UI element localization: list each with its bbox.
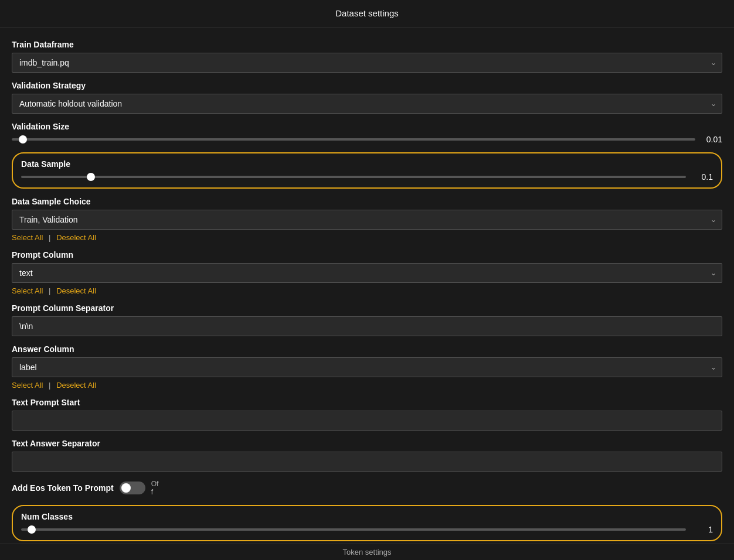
- add-eos-token-label: Add Eos Token To Prompt: [12, 483, 114, 493]
- prompt-column-select-all[interactable]: Select All: [12, 286, 43, 295]
- bottom-bar: Token settings: [0, 544, 734, 560]
- validation-size-label: Validation Size: [12, 122, 722, 131]
- data-sample-choice-separator: |: [49, 233, 50, 242]
- num-classes-label: Num Classes: [21, 512, 713, 521]
- add-eos-token-off-label: Off: [151, 480, 159, 497]
- prompt-column-select[interactable]: text: [12, 263, 722, 283]
- train-dataframe-select[interactable]: imdb_train.pq: [12, 53, 722, 73]
- prompt-column-deselect-all[interactable]: Deselect All: [56, 286, 96, 295]
- validation-size-value: 0.01: [701, 135, 722, 144]
- page-container: Dataset settings Train Dataframe imdb_tr…: [0, 0, 734, 560]
- data-sample-choice-links: Select All | Deselect All: [12, 233, 722, 242]
- text-prompt-start-input[interactable]: [12, 411, 722, 431]
- answer-column-select[interactable]: label: [12, 357, 722, 377]
- num-classes-value: 1: [692, 525, 713, 534]
- train-dataframe-wrapper: imdb_train.pq ⌄: [12, 53, 722, 73]
- page-title: Dataset settings: [0, 0, 734, 28]
- validation-strategy-label: Validation Strategy: [12, 81, 722, 90]
- content-area: Train Dataframe imdb_train.pq ⌄ Validati…: [0, 28, 734, 551]
- text-answer-separator-label: Text Answer Separator: [12, 439, 722, 448]
- answer-column-separator: |: [49, 381, 50, 390]
- prompt-column-separator-label: Prompt Column Separator: [12, 303, 722, 313]
- add-eos-token-toggle[interactable]: [120, 482, 145, 494]
- validation-strategy-wrapper: Automatic holdout validation ⌄: [12, 94, 722, 114]
- answer-column-deselect-all[interactable]: Deselect All: [56, 381, 96, 390]
- toggle-slider-indicator: [120, 482, 145, 494]
- num-classes-section: Num Classes 1: [12, 505, 722, 541]
- prompt-column-wrapper: text ⌄: [12, 263, 722, 283]
- train-dataframe-label: Train Dataframe: [12, 40, 722, 49]
- data-sample-choice-deselect-all[interactable]: Deselect All: [56, 233, 96, 242]
- data-sample-label: Data Sample: [21, 159, 713, 169]
- num-classes-row: 1: [21, 525, 713, 534]
- text-prompt-start-label: Text Prompt Start: [12, 398, 722, 407]
- validation-strategy-select[interactable]: Automatic holdout validation: [12, 94, 722, 114]
- data-sample-section: Data Sample 0.1: [12, 152, 722, 189]
- data-sample-choice-wrapper: Train, Validation ⌄: [12, 210, 722, 230]
- text-answer-separator-input[interactable]: [12, 452, 722, 472]
- prompt-column-separator: |: [49, 286, 50, 295]
- prompt-column-links: Select All | Deselect All: [12, 286, 722, 295]
- answer-column-select-all[interactable]: Select All: [12, 381, 43, 390]
- data-sample-slider[interactable]: [21, 176, 686, 178]
- num-classes-slider[interactable]: [21, 528, 686, 531]
- prompt-column-separator-input[interactable]: [12, 316, 722, 336]
- answer-column-wrapper: label ⌄: [12, 357, 722, 377]
- data-sample-row: 0.1: [21, 172, 713, 182]
- validation-size-row: 0.01: [12, 135, 722, 144]
- data-sample-choice-label: Data Sample Choice: [12, 197, 722, 206]
- add-eos-token-row: Add Eos Token To Prompt Off: [12, 480, 722, 497]
- answer-column-links: Select All | Deselect All: [12, 381, 722, 390]
- validation-size-slider[interactable]: [12, 138, 695, 141]
- data-sample-choice-select-all[interactable]: Select All: [12, 233, 43, 242]
- data-sample-choice-select[interactable]: Train, Validation: [12, 210, 722, 230]
- data-sample-value: 0.1: [692, 172, 713, 182]
- answer-column-label: Answer Column: [12, 344, 722, 354]
- prompt-column-label: Prompt Column: [12, 250, 722, 259]
- bottom-bar-text: Token settings: [342, 548, 391, 556]
